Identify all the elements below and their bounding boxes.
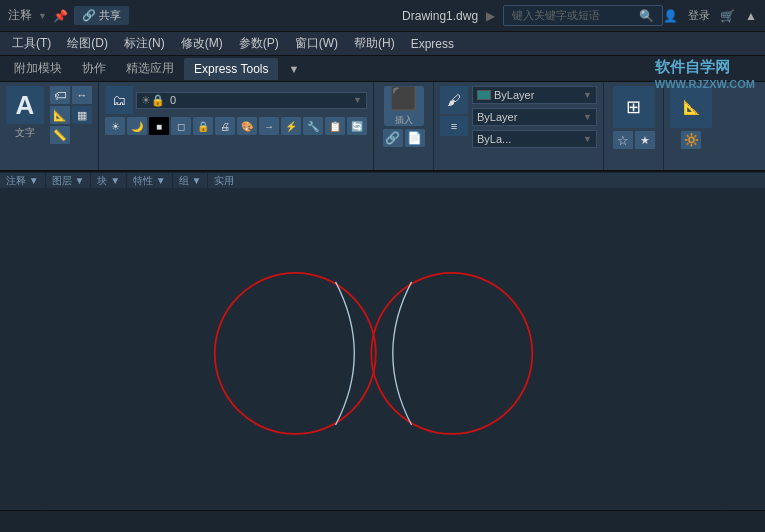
- menu-bar-row1: 工具(T) 绘图(D) 标注(N) 修改(M) 参数(P) 窗口(W) 帮助(H…: [0, 32, 765, 56]
- linetype-dropdown[interactable]: ByLayer ▼: [472, 108, 597, 126]
- insert-icon-sym: ⬛: [390, 86, 417, 112]
- color-label: ByLayer: [494, 89, 583, 101]
- arrow-icon: ▶: [486, 9, 495, 23]
- util-sub-icons: 🔆: [681, 131, 701, 149]
- props-icon-col: 🖌 ≡: [440, 86, 468, 148]
- annot-label-text: 注释 ▼: [6, 174, 39, 188]
- layer-action11[interactable]: 📋: [325, 117, 345, 135]
- app-container: 注释 ▼ 📌 🔗 共享 Drawing1.dwg ▶ 键入关键字或短语 🔍 👤 …: [0, 0, 765, 532]
- menu-help[interactable]: 帮助(H): [346, 33, 403, 54]
- group-icon-sym: ⊞: [626, 96, 641, 118]
- util-sub1[interactable]: 🔆: [681, 131, 701, 149]
- insert-sub2[interactable]: 📄: [405, 129, 425, 147]
- cart-icon[interactable]: 🛒: [720, 9, 735, 23]
- layer-action9[interactable]: ⚡: [281, 117, 301, 135]
- tag-icon[interactable]: 🏷: [50, 86, 70, 104]
- util-content: 📐 🔆: [670, 86, 712, 152]
- menu-modify[interactable]: 修改(M): [173, 33, 231, 54]
- user-icon[interactable]: 👤: [663, 9, 678, 23]
- layer-dropdown-arrow: ▼: [353, 95, 362, 105]
- util-big-icon[interactable]: 📐: [670, 86, 712, 128]
- layer-action8[interactable]: →: [259, 117, 279, 135]
- text-big-icon[interactable]: A: [6, 86, 44, 124]
- linetype-dropdown-arrow: ▼: [583, 112, 592, 122]
- layer-action6[interactable]: 🖨: [215, 117, 235, 135]
- app-section-label: 注释: [8, 7, 32, 24]
- filename-label: Drawing1.dwg: [402, 9, 478, 23]
- ribbon-panel: A 文字 🏷 ↔ 📐 ▦ 📏: [0, 82, 765, 172]
- layer-label[interactable]: 图层 ▼: [46, 173, 92, 188]
- ruler-icon: 📐: [683, 99, 700, 115]
- color-dropdown[interactable]: ByLayer ▼: [472, 86, 597, 104]
- layer-action1[interactable]: ☀: [105, 117, 125, 135]
- table-icon[interactable]: ▦: [72, 106, 92, 124]
- dimension-icon[interactable]: ↔: [72, 86, 92, 104]
- lineweight-dropdown-arrow: ▼: [583, 134, 592, 144]
- props-label-text: 特性 ▼: [133, 174, 166, 188]
- title-icons: 👤 登录 🛒 ▲: [663, 8, 757, 23]
- menu-params[interactable]: 参数(P): [231, 33, 287, 54]
- tab-addons[interactable]: 附加模块: [4, 56, 72, 81]
- share-icon: 🔗: [82, 9, 96, 22]
- list-icon[interactable]: ≡: [440, 116, 468, 136]
- group-label[interactable]: 组 ▼: [173, 173, 209, 188]
- annotation-subicons: 🏷 ↔ 📐 ▦ 📏: [50, 86, 92, 144]
- layer-action3[interactable]: ■: [149, 117, 169, 135]
- status-bar: [0, 510, 765, 532]
- tab-featured[interactable]: 精选应用: [116, 56, 184, 81]
- insert-label: 插入: [395, 114, 413, 127]
- group-sub2[interactable]: ★: [635, 131, 655, 149]
- annot-icon3[interactable]: 📏: [50, 126, 70, 144]
- canvas-area[interactable]: [0, 188, 765, 510]
- annot-label[interactable]: 注释 ▼: [0, 173, 46, 188]
- annot-row1: 🏷 ↔: [50, 86, 92, 104]
- login-label[interactable]: 登录: [688, 8, 710, 23]
- tab-collaborate[interactable]: 协作: [72, 56, 116, 81]
- props-right: ByLayer ▼ ByLayer ▼ ByLa... ▼: [472, 86, 597, 148]
- menu-tools[interactable]: 工具(T): [4, 33, 59, 54]
- menu-triangle-icon[interactable]: ▲: [745, 9, 757, 23]
- annot-row2: 📐 ▦: [50, 106, 92, 124]
- search-placeholder: 键入关键字或短语: [512, 8, 600, 23]
- layer-action10[interactable]: 🔧: [303, 117, 323, 135]
- layer-action4[interactable]: ◻: [171, 117, 191, 135]
- layer-action7[interactable]: 🎨: [237, 117, 257, 135]
- menu-annotate[interactable]: 标注(N): [116, 33, 173, 54]
- util-label[interactable]: 实用: [208, 173, 240, 188]
- panel-label-row: 注释 ▼ 图层 ▼ 块 ▼ 特性 ▼ 组 ▼ 实用: [0, 172, 765, 188]
- annot-icon2[interactable]: 📐: [50, 106, 70, 124]
- tab-more[interactable]: ▼: [278, 59, 309, 79]
- utility-group: 📐 🔆: [664, 82, 718, 170]
- util-label-text: 实用: [214, 174, 234, 188]
- group-big-icon[interactable]: ⊞: [613, 86, 655, 128]
- match-props-icon[interactable]: 🖌: [440, 86, 468, 114]
- search-icon: 🔍: [639, 9, 654, 23]
- block-label[interactable]: 块 ▼: [91, 173, 127, 188]
- group-sub1[interactable]: ☆: [613, 131, 633, 149]
- layer-action5[interactable]: 🔒: [193, 117, 213, 135]
- title-bar-left: 注释 ▼ 📌 🔗 共享: [8, 6, 402, 25]
- layer-prop-icon[interactable]: 🗂: [105, 86, 133, 114]
- color-swatch: [477, 90, 491, 100]
- layer-action12[interactable]: 🔄: [347, 117, 367, 135]
- search-box[interactable]: 键入关键字或短语 🔍: [503, 5, 663, 26]
- lineweight-dropdown[interactable]: ByLa... ▼: [472, 130, 597, 148]
- menu-express[interactable]: Express: [403, 35, 462, 53]
- annotation-group: A 文字 🏷 ↔ 📐 ▦ 📏: [0, 82, 99, 170]
- insert-small-icons: 🔗 📄: [383, 129, 425, 147]
- share-button[interactable]: 🔗 共享: [74, 6, 129, 25]
- props-label[interactable]: 特性 ▼: [127, 173, 173, 188]
- layer-content: 🗂 ☀🔒 0 ▼ ☀ 🌙 ■: [105, 86, 367, 152]
- lineweight-label: ByLa...: [477, 133, 583, 145]
- color-dropdown-arrow: ▼: [583, 90, 592, 100]
- menu-window[interactable]: 窗口(W): [287, 33, 346, 54]
- tab-express-tools[interactable]: Express Tools: [184, 58, 278, 80]
- layer-action2[interactable]: 🌙: [127, 117, 147, 135]
- group-content: ⊞ ☆ ★: [613, 86, 655, 152]
- layer-row1: 🗂 ☀🔒 0 ▼: [105, 86, 367, 114]
- menu-draw[interactable]: 绘图(D): [59, 33, 116, 54]
- layer-dropdown[interactable]: ☀🔒 0 ▼: [136, 92, 367, 109]
- title-center: Drawing1.dwg ▶ 键入关键字或短语 🔍: [402, 5, 663, 26]
- insert-big-icon[interactable]: ⬛ 插入: [384, 86, 424, 126]
- insert-sub1[interactable]: 🔗: [383, 129, 403, 147]
